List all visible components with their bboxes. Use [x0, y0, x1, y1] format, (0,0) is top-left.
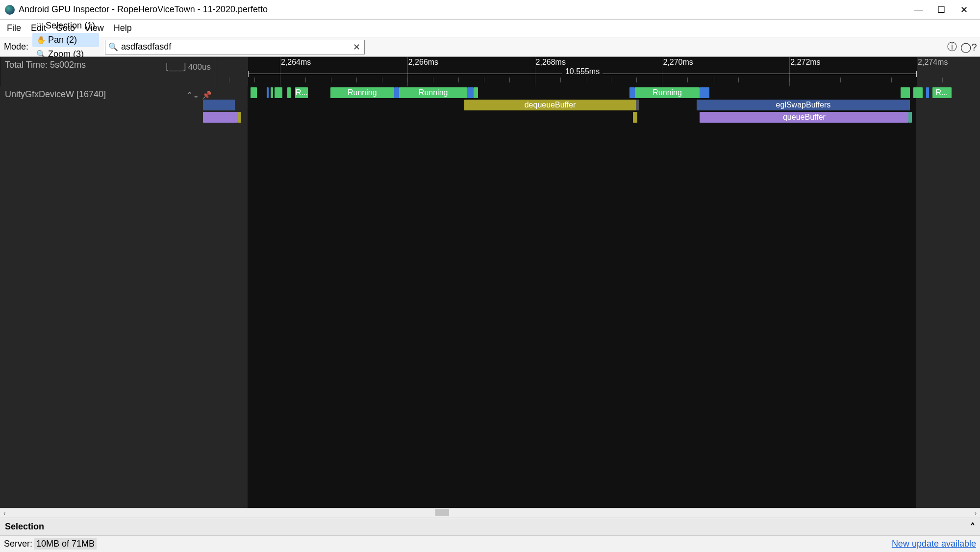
search-box: 🔍 ✕ [105, 40, 365, 54]
timeline-segment[interactable] [926, 87, 929, 98]
toolbar: Mode: ⬚Selection (1)✋Pan (2)🔍Zoom (3)⟷Ti… [0, 37, 980, 57]
timeline-segment[interactable] [203, 112, 238, 123]
timeline-segment[interactable] [251, 87, 257, 98]
timeline-segment[interactable] [700, 87, 709, 98]
timeline-segment[interactable]: queueBuffer [700, 112, 908, 123]
info-icon[interactable]: ⓘ [945, 40, 959, 54]
timeline-segment[interactable] [474, 87, 478, 98]
statusbar: Server: 10MB of 71MB New update availabl… [0, 535, 980, 552]
timeline-segment[interactable]: R... [295, 87, 308, 98]
timeline-segment[interactable] [913, 87, 923, 98]
tracks-area[interactable]: R...RunningRunningRunningR...dequeueBuff… [216, 86, 980, 508]
timeline-segment[interactable] [238, 112, 241, 123]
search-input[interactable] [121, 40, 349, 54]
app-icon [5, 5, 15, 15]
menu-help[interactable]: Help [109, 21, 137, 35]
timeline-segment[interactable]: Running [635, 87, 700, 98]
mode-icon: ✋ [36, 35, 46, 45]
timeline-segment[interactable] [203, 100, 235, 110]
close-button[interactable]: ✕ [953, 2, 975, 17]
mode-pan[interactable]: ✋Pan (2) [32, 33, 99, 47]
timeline-segment[interactable]: R... [932, 87, 952, 98]
mode-selection[interactable]: ⬚Selection (1) [32, 19, 99, 33]
chevron-up-icon[interactable]: ˄ [970, 521, 975, 533]
selection-panel: Selection ˄ [0, 518, 980, 535]
menu-file[interactable]: File [2, 21, 26, 35]
selection-panel-label: Selection [5, 522, 44, 532]
timeline-ruler[interactable]: 2,264ms2,266ms2,268ms2,270ms2,272ms2,274… [216, 57, 980, 86]
minimize-button[interactable]: — [907, 2, 930, 17]
track-row: queueBuffer [216, 112, 980, 124]
timeline-segment[interactable]: Running [330, 87, 394, 98]
mode-icon: ⬚ [36, 21, 44, 30]
timeline-segment[interactable] [271, 87, 273, 98]
timeline-segment[interactable]: Running [399, 87, 467, 98]
scroll-thumb[interactable] [435, 509, 449, 516]
visible-span-bracket: 10.555ms [248, 74, 917, 81]
timeline-segment[interactable] [901, 87, 910, 98]
timeline-segment[interactable] [633, 112, 637, 123]
timeline-header: Total Time: 5s002ms ⌊____⌋ 400us 2,264ms… [0, 57, 980, 86]
timeline-segment[interactable] [908, 112, 911, 123]
server-memory: 10MB of 71MB [34, 538, 97, 550]
timeline-segment[interactable]: dequeueBuffer [464, 100, 636, 110]
timeline-segment[interactable] [287, 87, 291, 98]
server-label: Server: [4, 539, 32, 549]
mode-label: Mode: [4, 42, 28, 52]
help-icon[interactable]: ◯? [961, 40, 976, 54]
timeline-body: UnityGfxDeviceW [16740] ⌃⌄ 📌 R...Running… [0, 86, 980, 508]
timeline-segment[interactable] [267, 87, 269, 98]
maximize-button[interactable]: ☐ [930, 2, 953, 17]
track-row: dequeueBuffereglSwapBuffers [216, 100, 980, 111]
window-title: Android GPU Inspector - RopeHeroViceTown… [19, 4, 907, 15]
timeline-segment[interactable] [275, 87, 283, 98]
horizontal-scrollbar[interactable]: ‹ › [0, 508, 980, 518]
menubar: FileEditGotoViewHelp [0, 20, 980, 37]
clear-search-icon[interactable]: ✕ [349, 42, 364, 53]
update-link[interactable]: New update available [892, 539, 976, 549]
timeline-segment[interactable] [629, 87, 634, 98]
timeline-segment[interactable] [394, 87, 399, 98]
scroll-left-icon[interactable]: ‹ [0, 508, 9, 518]
track-row: R...RunningRunningRunningR... [216, 87, 980, 99]
search-icon: 🔍 [105, 42, 121, 52]
titlebar: Android GPU Inspector - RopeHeroViceTown… [0, 0, 980, 20]
timeline-area[interactable]: Total Time: 5s002ms ⌊____⌋ 400us 2,264ms… [0, 57, 980, 508]
timeline-segment[interactable]: eglSwapBuffers [697, 100, 910, 110]
timeline-segment[interactable] [467, 87, 474, 98]
scroll-right-icon[interactable]: › [971, 508, 980, 518]
timeline-segment[interactable] [636, 100, 639, 110]
